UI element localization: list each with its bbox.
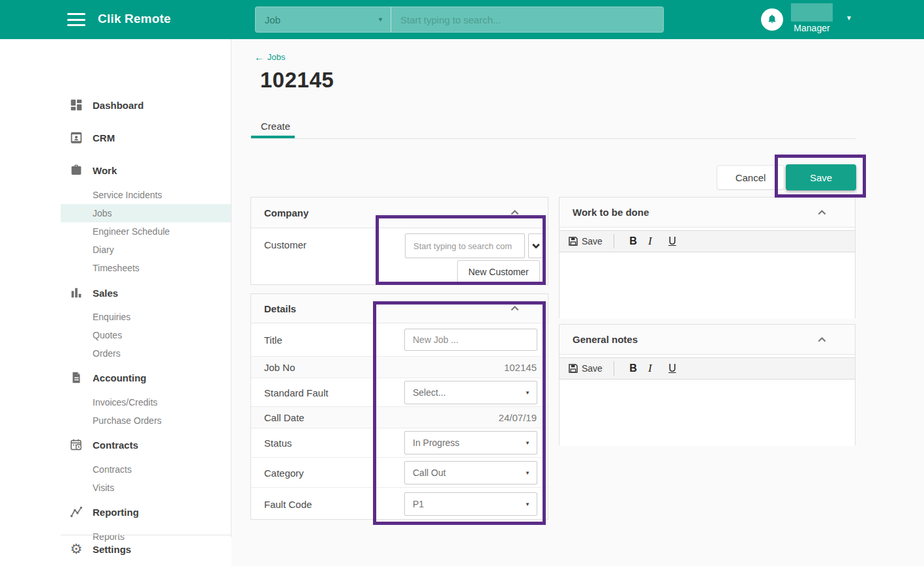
customer-search-input[interactable]: [405, 233, 525, 258]
chevron-up-icon[interactable]: [511, 306, 519, 311]
sidebar-section-settings[interactable]: ⚙ Settings: [0, 540, 231, 558]
work-editor-toolbar: Save B I U: [559, 231, 855, 252]
notifications-button[interactable]: [761, 8, 783, 31]
editor-save-button[interactable]: Save: [568, 363, 603, 374]
status-select[interactable]: In Progress ▼: [404, 431, 537, 454]
user-avatar[interactable]: [791, 3, 833, 22]
sidebar-section-reporting[interactable]: Reporting: [0, 503, 231, 521]
global-search-input[interactable]: [391, 7, 663, 32]
sidebar-item-quotes[interactable]: Quotes: [0, 326, 231, 344]
top-bar: Clik Remote Job ▼ Manager ▼: [0, 0, 924, 39]
details-row-title: Title: [251, 323, 548, 356]
breadcrumb-back-jobs[interactable]: ← Jobs: [254, 52, 285, 62]
notes-panel-title: General notes: [559, 334, 638, 345]
title-label: Title: [264, 335, 282, 346]
sidebar-item-diary[interactable]: Diary: [0, 241, 231, 259]
sidebar: Dashboard CRM Work S: [0, 39, 231, 566]
global-search: Job ▼: [255, 7, 664, 33]
title-input[interactable]: [404, 329, 537, 351]
sidebar-item-timesheets[interactable]: Timesheets: [0, 259, 231, 277]
details-row-fault-code: Fault Code P1 ▼: [251, 487, 548, 520]
sidebar-section-crm[interactable]: CRM: [0, 128, 231, 147]
job-no-value: 102145: [504, 362, 537, 373]
details-row-standard-fault: Standard Fault Select... ▼: [251, 378, 548, 406]
caret-down-icon: ▼: [378, 16, 383, 23]
category-label: Category: [264, 467, 304, 478]
sidebar-section-dashboard[interactable]: Dashboard: [0, 96, 231, 114]
bold-button[interactable]: B: [625, 235, 642, 247]
editor-save-button[interactable]: Save: [568, 236, 603, 246]
sidebar-divider: [61, 535, 231, 535]
details-panel-header: Details: [251, 294, 548, 323]
notes-editor-toolbar: Save B I U: [559, 358, 855, 380]
bold-button[interactable]: B: [625, 363, 642, 374]
notes-richtext-editor: Save B I U: [559, 357, 855, 446]
dashboard-icon: [68, 97, 85, 113]
main-content: ← Jobs 102145 Create Cancel Save Company…: [231, 39, 924, 566]
fault-code-label: Fault Code: [264, 498, 312, 509]
page-title: 102145: [260, 68, 334, 93]
sidebar-section-contracts[interactable]: Contracts: [0, 436, 231, 454]
sidebar-section-accounting[interactable]: Accounting: [0, 368, 231, 387]
company-panel-title: Company: [251, 207, 308, 218]
details-row-category: Category Call Out ▼: [251, 457, 548, 487]
reporting-icon: [68, 504, 85, 520]
sidebar-section-sales[interactable]: Sales: [0, 284, 231, 302]
company-panel: Company Customer New Customer: [250, 197, 548, 285]
tab-divider-line: [250, 138, 856, 139]
chevron-up-icon[interactable]: [511, 210, 519, 215]
category-select[interactable]: Call Out ▼: [404, 461, 537, 484]
company-panel-body: Customer New Customer: [251, 228, 548, 285]
sidebar-item-visits[interactable]: Visits: [0, 479, 231, 497]
italic-button[interactable]: I: [642, 362, 659, 375]
sidebar-item-purchase-orders[interactable]: Purchase Orders: [0, 411, 231, 430]
user-role-label: Manager: [791, 23, 833, 33]
floppy-save-icon: [568, 363, 578, 374]
toolbar-divider: [614, 234, 614, 248]
sidebar-item-engineer-schedule[interactable]: Engineer Schedule: [0, 222, 231, 241]
caret-down-icon: ▼: [525, 440, 530, 446]
details-row-status: Status In Progress ▼: [251, 428, 548, 457]
chevron-up-icon[interactable]: [818, 210, 826, 215]
bell-icon: [766, 13, 779, 26]
work-editor-area[interactable]: [559, 252, 855, 319]
chevron-down-icon: [532, 243, 540, 248]
customer-dropdown-button[interactable]: [528, 233, 543, 258]
sidebar-item-jobs[interactable]: Jobs: [61, 204, 231, 222]
fault-code-select[interactable]: P1 ▼: [404, 492, 537, 516]
italic-button[interactable]: I: [642, 235, 659, 248]
breadcrumb-label: Jobs: [267, 52, 285, 62]
customer-label: Customer: [264, 239, 306, 250]
notes-editor-area[interactable]: [559, 380, 855, 446]
underline-button[interactable]: U: [664, 363, 681, 374]
sales-icon: [68, 285, 85, 301]
hamburger-menu-icon[interactable]: [67, 13, 85, 26]
company-panel-header: Company: [251, 198, 548, 228]
tab-create[interactable]: Create: [261, 121, 290, 132]
chevron-up-icon[interactable]: [818, 337, 826, 342]
caret-down-icon: ▼: [525, 389, 530, 395]
call-date-label: Call Date: [264, 412, 305, 423]
sidebar-item-invoices-credits[interactable]: Invoices/Credits: [0, 393, 231, 411]
sidebar-item-enquiries[interactable]: Enquiries: [0, 308, 231, 326]
cancel-button[interactable]: Cancel: [717, 165, 784, 190]
save-button[interactable]: Save: [786, 164, 856, 190]
floppy-save-icon: [568, 236, 578, 246]
contracts-icon: [68, 437, 85, 453]
sidebar-section-work[interactable]: Work: [0, 161, 231, 179]
details-panel: Details Title Job No 102145 Standard Fau…: [250, 293, 548, 520]
sidebar-item-service-incidents[interactable]: Service Incidents: [0, 186, 231, 204]
standard-fault-select[interactable]: Select... ▼: [404, 381, 537, 404]
search-category-value: Job: [265, 14, 280, 25]
user-menu-caret-icon[interactable]: ▼: [846, 14, 852, 22]
details-row-call-date: Call Date 24/07/19: [251, 406, 548, 428]
new-customer-button[interactable]: New Customer: [457, 260, 540, 284]
underline-button[interactable]: U: [664, 235, 681, 247]
accounting-icon: [68, 370, 85, 385]
sidebar-item-contracts[interactable]: Contracts: [0, 460, 231, 479]
search-category-select[interactable]: Job ▼: [256, 7, 391, 32]
sidebar-item-orders[interactable]: Orders: [0, 344, 231, 363]
status-label: Status: [264, 438, 292, 449]
app-window: Clik Remote Job ▼ Manager ▼: [0, 0, 924, 566]
standard-fault-label: Standard Fault: [264, 387, 328, 398]
